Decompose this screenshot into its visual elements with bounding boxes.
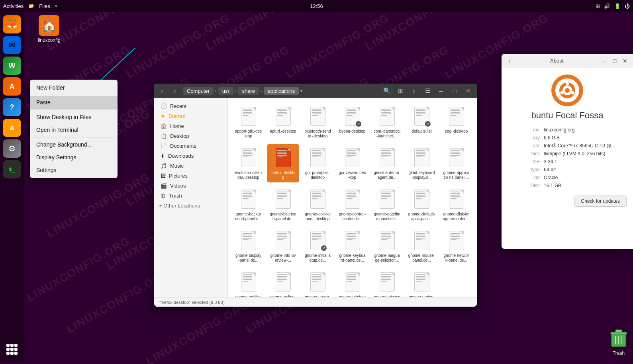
file-item-0[interactable]: apport-gtk.-desktop xyxy=(233,103,264,141)
file-item-27[interactable]: gnome-network-panel.de... xyxy=(441,227,472,265)
file-item-26[interactable]: gnome-mouse-panel.de... xyxy=(406,227,437,265)
file-item-19[interactable]: gnome-default-apps-pan.... xyxy=(406,186,437,224)
file-item-31[interactable]: gnome-printers-pane... xyxy=(337,268,368,297)
about-windowing-value: Oracle xyxy=(544,175,627,180)
fm-forward-button[interactable]: › xyxy=(170,86,180,96)
fm-menu-button[interactable]: ☰ xyxy=(422,85,433,96)
breadcrumb-applications[interactable]: applications xyxy=(264,87,299,95)
dock-item-firefox[interactable]: 🦊 xyxy=(3,15,21,33)
fm-view-button[interactable]: ⊞ xyxy=(395,85,406,96)
pictures-label: Pictures xyxy=(169,173,188,179)
file-item-1[interactable]: apturl.-desktop xyxy=(267,103,299,141)
sidebar-item-starred[interactable]: ★ Starred xyxy=(156,111,226,121)
file-item-33[interactable]: gnome-region-panel.... xyxy=(406,268,437,297)
file-item-20[interactable]: gnome-disk-image-mounter.... xyxy=(441,186,472,224)
sidebar-item-videos[interactable]: 🎬 Videos xyxy=(156,181,226,191)
file-icon-3: ↗ xyxy=(343,105,362,127)
file-item-12[interactable]: gkbd-keyboard-display.d... xyxy=(406,144,437,182)
about-minimize-button[interactable]: ─ xyxy=(600,56,609,66)
file-item-32[interactable]: gnome-privacy-panel.... xyxy=(371,268,403,297)
trash-desktop-icon[interactable]: Trash xyxy=(608,328,629,356)
about-row-graphics: hics llvmpipe (LLVM 9.0, 256 bits) xyxy=(508,151,627,157)
file-name-26: gnome-mouse-panel.de... xyxy=(408,253,435,263)
dock-item-libreoffice[interactable]: W xyxy=(3,57,21,75)
file-item-4[interactable]: com.-canonical-launcher.... xyxy=(371,103,403,141)
file-item-24[interactable]: gnome-keyboard-panel.de... xyxy=(337,227,368,265)
file-item-18[interactable]: gnome-datetime-panel.de... xyxy=(371,186,403,224)
dock-item-help[interactable]: ? xyxy=(3,98,21,116)
file-item-9[interactable]: gcr-prompter.-desktop xyxy=(302,144,333,182)
sidebar-item-music[interactable]: 🎵 Music xyxy=(156,161,226,171)
sidebar-item-pictures[interactable]: 🖼 Pictures xyxy=(156,171,226,181)
file-item-29[interactable]: gnome-online-accounts-... xyxy=(267,268,299,297)
file-icon-15 xyxy=(274,188,293,210)
file-item-13[interactable]: gnome-applicatio-ns-panel.... xyxy=(441,144,472,182)
file-item-14[interactable]: gnome-background-panel.d... xyxy=(233,186,264,224)
file-item-22[interactable]: gnome-info-overview-... xyxy=(267,227,299,265)
file-item-11[interactable]: geoclue-demo-agent.de... xyxy=(371,144,403,182)
dock-item-amazon[interactable]: a xyxy=(3,119,21,137)
context-menu-new-folder[interactable]: New Folder xyxy=(30,81,118,94)
about-row-disk: Disk 16.1 GB xyxy=(508,183,627,188)
sidebar-item-trash[interactable]: 🗑 Trash xyxy=(156,191,226,201)
file-item-5[interactable]: ↗defaults.list xyxy=(406,103,437,141)
context-menu-change-background[interactable]: Change Background... xyxy=(30,138,118,151)
breadcrumb-computer[interactable]: Computer xyxy=(183,87,214,95)
breadcrumb-share[interactable]: share xyxy=(238,87,259,95)
files-menu-label[interactable]: Files xyxy=(39,3,50,9)
file-item-15[interactable]: gnome-bluetooth-panel.de... xyxy=(267,186,299,224)
fm-sort-button[interactable]: ↕ xyxy=(408,85,419,96)
show-apps-button[interactable] xyxy=(3,340,21,358)
breadcrumb-usr[interactable]: usr xyxy=(218,87,233,95)
about-close-button[interactable]: ✕ xyxy=(620,56,630,66)
file-item-17[interactable]: gnome-control-center.de... xyxy=(337,186,368,224)
sidebar-item-recent[interactable]: 🕐 Recent xyxy=(156,101,226,111)
file-item-10[interactable]: gcr-viewer.-desktop xyxy=(337,144,368,182)
file-item-23[interactable]: ↗gnome-initial-setup.de... xyxy=(302,227,333,265)
file-item-2[interactable]: bluetooth-sendto.-desktop xyxy=(302,103,333,141)
about-window: ‹ About ─ □ ✕ buntu Focal Fossa me xyxy=(502,54,633,249)
dock-item-thunderbird[interactable]: ✉ xyxy=(3,36,21,54)
pictures-icon: 🖼 xyxy=(161,173,166,179)
documents-icon: 📄 xyxy=(161,143,167,149)
dock-item-appstore[interactable]: A xyxy=(3,77,21,96)
file-icon-22 xyxy=(274,229,293,252)
about-graphics-label: hics xyxy=(508,151,540,157)
sidebar-item-home[interactable]: 🏠 Home xyxy=(156,121,226,131)
file-name-14: gnome-background-panel.d... xyxy=(235,212,262,221)
sidebar-item-documents[interactable]: 📄 Documents xyxy=(156,141,226,151)
about-back-button[interactable]: ‹ xyxy=(505,56,514,66)
sidebar-item-desktop[interactable]: 📋 Desktop xyxy=(156,131,226,141)
dock-item-settings[interactable]: ⚙ xyxy=(3,139,21,158)
file-item-30[interactable]: gnome-power-panel.de... xyxy=(302,268,333,297)
context-menu-show-desktop[interactable]: Show Desktop in Files xyxy=(30,111,118,123)
context-menu-display-settings[interactable]: Display Settings xyxy=(30,151,118,164)
context-menu-open-terminal[interactable]: Open in Terminal xyxy=(30,123,118,136)
desktop-icon-linuxconfig[interactable]: 🏠 linuxconfig xyxy=(38,15,61,43)
file-item-16[interactable]: gnome-color-panel.-desktop xyxy=(302,186,333,224)
file-item-25[interactable]: gnome-language-selector.... xyxy=(371,227,403,265)
about-maximize-button[interactable]: □ xyxy=(610,56,619,66)
activities-button[interactable]: Activities xyxy=(3,3,24,9)
file-item-6[interactable]: eog.-desktop xyxy=(441,103,472,141)
file-icon-32 xyxy=(378,271,397,293)
fm-search-button[interactable]: 🔍 xyxy=(381,85,392,96)
file-item-28[interactable]: gnome-notificatio-ns-panel.... xyxy=(233,268,264,297)
fm-close-button[interactable]: ✕ xyxy=(463,85,474,96)
context-menu-settings[interactable]: Settings xyxy=(30,164,118,176)
file-item-8[interactable]: firefox.-desktop xyxy=(267,144,299,182)
file-item-3[interactable]: ↗byobu-desktop xyxy=(337,103,368,141)
sidebar-item-downloads[interactable]: ⬇ Downloads xyxy=(156,151,226,161)
fm-minimize-button[interactable]: ─ xyxy=(435,85,447,96)
fm-maximize-button[interactable]: □ xyxy=(449,85,460,96)
dock-item-terminal[interactable]: $_ xyxy=(3,160,21,178)
context-menu: New Folder Paste Show Desktop in Files O… xyxy=(30,80,118,178)
context-menu-paste[interactable]: Paste xyxy=(30,96,118,109)
check-updates-button[interactable]: Check for updates xyxy=(574,196,627,207)
file-item-21[interactable]: gnome-display-panel.de... xyxy=(233,227,264,265)
file-icon-17 xyxy=(343,188,362,210)
sidebar-item-other-locations[interactable]: + Other Locations xyxy=(154,201,227,211)
file-name-1: apturl.-desktop xyxy=(270,129,296,134)
fm-back-button[interactable]: ‹ xyxy=(157,86,167,96)
file-item-7[interactable]: evolution-calendar.-desktop xyxy=(233,144,264,182)
